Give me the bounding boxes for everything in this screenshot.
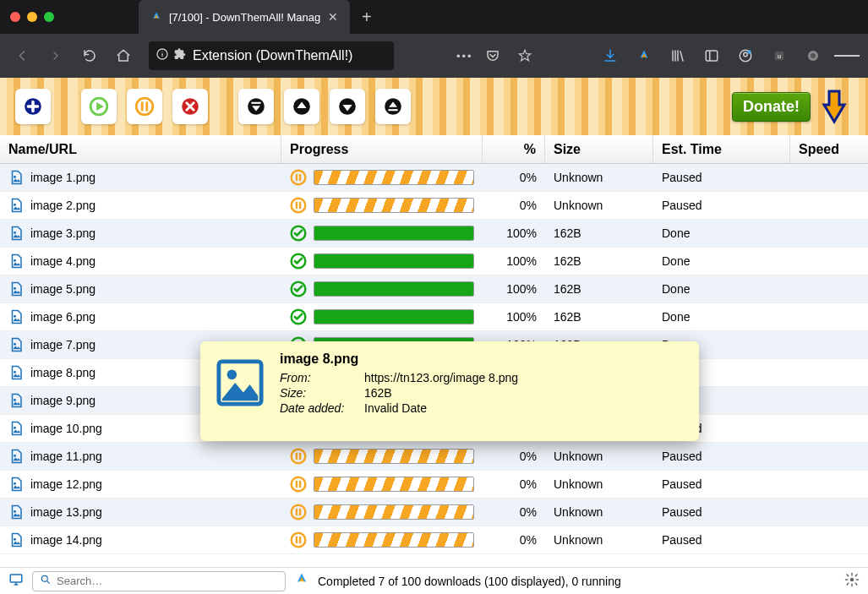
- col-est-header[interactable]: Est. Time: [653, 135, 790, 163]
- table-row[interactable]: image 13.png0%UnknownPaused: [0, 499, 868, 526]
- progress-bar: [314, 477, 474, 492]
- browser-tab-active[interactable]: [7/100] - DownThemAll! Manag ✕: [139, 0, 350, 34]
- url-text: Extension (DownThemAll!): [193, 48, 352, 63]
- svg-point-38: [14, 371, 16, 373]
- svg-point-40: [14, 399, 16, 401]
- pct-value: 100%: [506, 254, 537, 268]
- sidebar-icon[interactable]: [699, 43, 724, 68]
- file-image-icon: [8, 421, 24, 436]
- table-header: Name/URL Progress % Size Est. Time Speed: [0, 135, 868, 164]
- file-name: image 1.png: [30, 171, 96, 184]
- table-row[interactable]: image 12.png0%UnknownPaused: [0, 471, 868, 499]
- file-name: image 8.png: [30, 366, 96, 379]
- tooltip-size-value: 162B: [364, 386, 392, 400]
- window-minimize[interactable]: [27, 12, 37, 22]
- move-bottom-button[interactable]: [375, 89, 411, 124]
- table-row[interactable]: image 4.png100%162BDone: [0, 248, 868, 275]
- file-name: image 4.png: [30, 254, 96, 268]
- table-row[interactable]: image 2.png0%UnknownPaused: [0, 192, 868, 220]
- donate-button[interactable]: Donate!: [732, 92, 811, 122]
- est-value: Done: [662, 310, 690, 324]
- monitor-icon[interactable]: [8, 572, 24, 590]
- move-top-button[interactable]: [238, 89, 274, 124]
- table-row[interactable]: image 1.png0%UnknownPaused: [0, 164, 868, 192]
- svg-rect-2: [706, 51, 718, 61]
- file-name: image 11.png: [30, 450, 102, 463]
- downthemall-toolbar-icon[interactable]: [631, 43, 657, 68]
- size-value: 162B: [554, 226, 581, 240]
- svg-rect-53: [299, 481, 302, 488]
- progress-bar: [314, 253, 474, 269]
- pct-value: 100%: [506, 310, 537, 324]
- svg-point-59: [292, 533, 306, 548]
- col-size-header[interactable]: Size: [545, 135, 653, 163]
- svg-point-46: [14, 455, 16, 457]
- file-name: image 14.png: [30, 533, 102, 547]
- file-name: image 3.png: [30, 226, 96, 240]
- file-name: image 7.png: [30, 338, 96, 351]
- est-value: Paused: [662, 477, 701, 491]
- shield-icon[interactable]: u: [767, 43, 792, 68]
- navbar: Extension (DownThemAll!) •••: [0, 34, 868, 78]
- profile-icon[interactable]: [800, 43, 826, 68]
- table-row[interactable]: image 11.png0%UnknownPaused: [0, 443, 868, 471]
- tooltip-date-label: Date added:: [280, 401, 364, 415]
- file-image-icon: [8, 393, 24, 408]
- paused-icon: [290, 197, 307, 214]
- tooltip-from-value: https://tn123.org/image 8.png: [364, 371, 518, 384]
- table-row[interactable]: image 14.png0%UnknownPaused: [0, 526, 868, 554]
- est-value: Paused: [662, 533, 701, 547]
- est-value: Done: [662, 254, 690, 268]
- cancel-button[interactable]: [172, 89, 208, 124]
- col-name-header[interactable]: Name/URL: [0, 135, 281, 163]
- progress-bar: [314, 198, 474, 213]
- pocket-icon[interactable]: [480, 43, 505, 68]
- move-up-button[interactable]: [284, 89, 319, 124]
- file-name: image 5.png: [30, 282, 96, 296]
- dta-toolbar: Donate!: [0, 78, 868, 135]
- settings-button[interactable]: [844, 572, 860, 590]
- table-row[interactable]: image 5.png100%162BDone: [0, 275, 868, 303]
- library-icon[interactable]: [665, 43, 691, 68]
- progress-bar: [314, 309, 474, 324]
- account-icon[interactable]: [733, 43, 758, 68]
- window-close[interactable]: [10, 12, 20, 22]
- progress-bar: [314, 281, 474, 297]
- search-box[interactable]: [32, 571, 286, 591]
- nav-forward-button[interactable]: [42, 42, 69, 69]
- window-zoom[interactable]: [44, 12, 54, 22]
- table-row[interactable]: image 3.png100%162BDone: [0, 220, 868, 248]
- est-value: Paused: [662, 199, 701, 212]
- home-button[interactable]: [110, 42, 137, 69]
- col-speed-header[interactable]: Speed: [790, 135, 868, 163]
- svg-point-1: [161, 52, 162, 52]
- menu-button[interactable]: [834, 43, 860, 68]
- pct-value: 0%: [520, 171, 537, 184]
- downloads-icon[interactable]: [598, 43, 623, 68]
- svg-text:u: u: [778, 52, 782, 60]
- svg-point-36: [14, 343, 16, 346]
- move-down-button[interactable]: [330, 89, 365, 124]
- svg-rect-60: [296, 537, 298, 543]
- bookmark-star-icon[interactable]: [512, 43, 538, 68]
- page-actions-icon[interactable]: •••: [456, 50, 473, 63]
- svg-point-63: [227, 370, 237, 380]
- nav-back-button[interactable]: [8, 42, 35, 69]
- reload-button[interactable]: [76, 42, 103, 69]
- col-progress-header[interactable]: Progress: [281, 135, 483, 163]
- progress-bar: [314, 532, 474, 548]
- add-download-button[interactable]: [15, 89, 51, 124]
- new-tab-button[interactable]: +: [350, 0, 384, 34]
- file-image-icon: [8, 477, 24, 492]
- search-input[interactable]: [57, 575, 278, 587]
- resume-button[interactable]: [81, 89, 117, 124]
- svg-rect-22: [296, 174, 298, 181]
- file-image-icon: [8, 449, 24, 464]
- pause-button[interactable]: [127, 89, 162, 124]
- table-row[interactable]: image 6.png100%162BDone: [0, 303, 868, 331]
- svg-point-9: [811, 53, 816, 58]
- col-pct-header[interactable]: %: [483, 135, 545, 163]
- size-value: Unknown: [554, 533, 603, 547]
- url-bar[interactable]: Extension (DownThemAll!): [149, 41, 394, 70]
- tab-close-button[interactable]: ✕: [328, 10, 338, 24]
